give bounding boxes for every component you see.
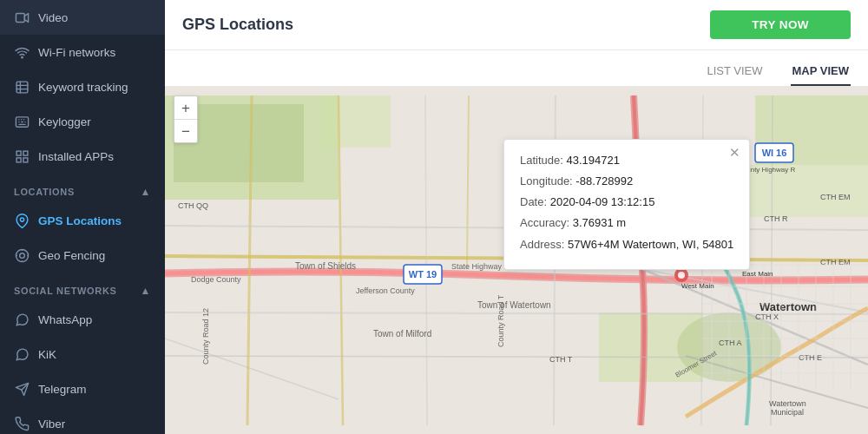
svg-text:Watertown: Watertown — [760, 300, 817, 313]
svg-text:CTH A: CTH A — [719, 339, 742, 347]
tab-list-view[interactable]: LIST VIEW — [705, 59, 764, 86]
sidebar-item-viber-label: Viber — [38, 418, 65, 431]
sidebar-item-gps-label: GPS Locations — [38, 214, 122, 227]
sidebar-item-whatsapp-label: WhatsApp — [38, 313, 92, 326]
svg-text:CTH EM: CTH EM — [820, 193, 851, 201]
wifi-icon — [14, 44, 30, 60]
viber-icon — [14, 416, 30, 431]
apps-icon — [14, 148, 30, 164]
sidebar-item-keylogger[interactable]: Keylogger — [0, 104, 165, 139]
svg-text:West Main: West Main — [681, 282, 714, 290]
keyword-icon — [14, 79, 30, 95]
svg-text:County Road 12: County Road 12 — [201, 308, 210, 365]
keylogger-icon — [14, 114, 30, 129]
sidebar-item-video[interactable]: Video — [0, 0, 165, 35]
locations-section-header[interactable]: LOCATIONS ▲ — [0, 177, 165, 203]
svg-point-13 — [16, 249, 28, 261]
locations-label: LOCATIONS — [14, 187, 75, 197]
sidebar-item-telegram[interactable]: Telegram — [0, 372, 165, 406]
map-container[interactable]: WI 16 WI 26 WT 19 State Highway 19 CTH Q… — [165, 87, 868, 434]
svg-rect-9 — [23, 151, 27, 155]
sidebar-item-installed-apps[interactable]: Installed APPs — [0, 139, 165, 174]
svg-text:CTH R: CTH R — [764, 214, 788, 223]
social-section-header[interactable]: SOCIAL NETWORKS ▲ — [0, 276, 165, 302]
svg-rect-8 — [16, 151, 21, 155]
popup-latitude-row: Latitude: 43.194721 — [520, 152, 733, 169]
kik-icon — [14, 346, 30, 362]
popup-address-value: 57W6+4M Watertown, WI, 54801 — [568, 238, 733, 251]
sidebar-item-wifi[interactable]: Wi-Fi networks — [0, 35, 165, 69]
svg-text:Dodge County: Dodge County — [191, 275, 241, 284]
svg-text:Jefferson County: Jefferson County — [356, 286, 415, 295]
popup-accuracy-value: 3.76931 m — [573, 216, 626, 229]
sidebar-item-viber[interactable]: Viber — [0, 406, 165, 434]
svg-text:WI 16: WI 16 — [762, 148, 787, 158]
sidebar-item-geo-label: Geo Fencing — [38, 249, 105, 262]
telegram-icon — [14, 381, 30, 397]
tab-map-view[interactable]: MAP VIEW — [791, 59, 852, 86]
main-content: GPS Locations TRY NOW LIST VIEW MAP VIEW — [165, 0, 868, 434]
page-title: GPS Locations — [182, 16, 293, 34]
popup-date-value: 2020-04-09 13:12:15 — [550, 195, 655, 208]
svg-text:Town of Watertown: Town of Watertown — [477, 300, 551, 310]
sidebar: Video Wi-Fi networks Keyword tracking Ke… — [0, 0, 165, 434]
svg-text:Town of Milford: Town of Milford — [373, 329, 431, 339]
zoom-in-button[interactable]: + — [174, 96, 197, 119]
popup-address-label: Address: — [520, 238, 564, 251]
svg-text:WT 19: WT 19 — [409, 269, 437, 279]
svg-text:East Main: East Main — [742, 270, 773, 278]
gps-icon — [14, 213, 30, 228]
svg-text:County Road T: County Road T — [496, 294, 505, 347]
sidebar-item-whatsapp[interactable]: WhatsApp — [0, 302, 165, 337]
popup-address-row: Address: 57W6+4M Watertown, WI, 54801 — [520, 236, 733, 253]
sidebar-item-kik[interactable]: KiK — [0, 337, 165, 372]
sidebar-item-keyword[interactable]: Keyword tracking — [0, 69, 165, 104]
geo-icon — [14, 247, 30, 263]
popup-latitude-value: 43.194721 — [567, 154, 620, 167]
svg-text:Town of Shields: Town of Shields — [295, 261, 356, 271]
svg-rect-11 — [23, 157, 27, 161]
view-tabs: LIST VIEW MAP VIEW — [165, 50, 868, 87]
svg-point-88 — [678, 272, 685, 279]
zoom-controls: + − — [174, 95, 198, 143]
locations-chevron: ▲ — [140, 186, 151, 198]
svg-point-14 — [19, 253, 24, 258]
sidebar-item-geo[interactable]: Geo Fencing — [0, 238, 165, 273]
svg-rect-0 — [16, 13, 24, 22]
sidebar-item-keyword-label: Keyword tracking — [38, 81, 128, 94]
whatsapp-icon — [14, 312, 30, 327]
svg-text:Watertown: Watertown — [769, 399, 806, 408]
svg-text:CTH X: CTH X — [755, 312, 779, 321]
svg-point-12 — [20, 217, 23, 220]
popup-longitude-label: Longitude: — [520, 174, 573, 187]
popup-date-label: Date: — [520, 195, 547, 208]
zoom-out-button[interactable]: − — [174, 120, 197, 142]
try-now-button[interactable]: TRY NOW — [710, 10, 851, 39]
video-icon — [14, 10, 30, 25]
svg-point-2 — [21, 56, 22, 57]
sidebar-item-gps[interactable]: GPS Locations — [0, 203, 165, 238]
sidebar-item-telegram-label: Telegram — [38, 383, 87, 396]
popup-accuracy-row: Accuracy: 3.76931 m — [520, 214, 733, 232]
svg-rect-28 — [321, 95, 391, 148]
social-label: SOCIAL NETWORKS — [14, 286, 116, 296]
svg-text:Municipal: Municipal — [771, 408, 804, 417]
popup-longitude-row: Longitude: -88.728992 — [520, 173, 733, 190]
sidebar-item-kik-label: KiK — [38, 348, 56, 361]
topbar: GPS Locations TRY NOW — [165, 0, 868, 50]
svg-text:CTH E: CTH E — [799, 353, 822, 362]
popup-accuracy-label: Accuracy: — [520, 216, 569, 229]
svg-rect-10 — [16, 157, 21, 161]
popup-latitude-label: Latitude: — [520, 154, 563, 167]
social-chevron: ▲ — [140, 285, 151, 297]
info-popup: ✕ Latitude: 43.194721 Longitude: -88.728… — [503, 139, 750, 270]
sidebar-item-apps-label: Installed APPs — [38, 150, 114, 163]
svg-text:CTH QQ: CTH QQ — [178, 201, 208, 210]
popup-date-row: Date: 2020-04-09 13:12:15 — [520, 194, 733, 211]
popup-longitude-value: -88.728992 — [575, 174, 633, 187]
popup-close-button[interactable]: ✕ — [729, 145, 740, 161]
sidebar-item-video-label: Video — [38, 11, 68, 24]
svg-rect-3 — [16, 82, 28, 93]
sidebar-item-keylogger-label: Keylogger — [38, 115, 91, 128]
svg-text:CTH T: CTH T — [549, 355, 573, 364]
